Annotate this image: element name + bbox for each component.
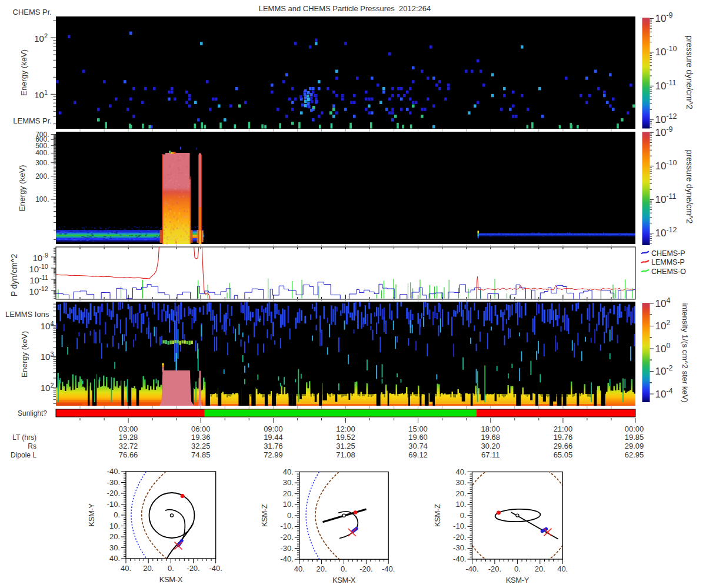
svg-text:19.44: 19.44 [264,433,283,442]
svg-text:09:00: 09:00 [264,425,283,433]
svg-text:40.: 40. [109,554,120,563]
svg-text:400.: 400. [35,149,49,157]
svg-text:20.: 20. [455,489,466,498]
svg-text:20.: 20. [109,532,120,541]
svg-text:03:00: 03:00 [119,425,138,433]
svg-text:CHEMS-O: CHEMS-O [651,268,686,276]
svg-text:KSM-X: KSM-X [159,575,183,584]
svg-text:LEMMS-P: LEMMS-P [651,258,685,266]
svg-text:18:00: 18:00 [481,425,501,433]
svg-text:19.60: 19.60 [408,433,428,442]
svg-text:12:00: 12:00 [336,425,355,433]
svg-text:pressure dyne/cm^2: pressure dyne/cm^2 [685,150,694,224]
svg-text:69.12: 69.12 [408,450,428,459]
svg-text:-40.: -40. [209,564,222,573]
svg-text:300.: 300. [35,159,49,167]
svg-text:100.: 100. [35,195,49,203]
svg-text:200.: 200. [35,172,49,181]
svg-text:21:00: 21:00 [554,425,573,433]
svg-text:67.11: 67.11 [481,450,500,459]
svg-text:20.: 20. [283,489,294,498]
svg-text:30.: 30. [455,478,466,487]
svg-text:-30.: -30. [453,543,466,552]
svg-text:06:00: 06:00 [191,425,211,433]
svg-text:19.76: 19.76 [554,433,573,442]
svg-text:-40.: -40. [453,554,466,563]
svg-text:KSM-Y: KSM-Y [87,503,96,527]
svg-text:19.85: 19.85 [625,433,644,442]
svg-text:32.72: 32.72 [119,442,138,450]
svg-text:CHEMS-P: CHEMS-P [651,249,685,258]
svg-text:29.66: 29.66 [554,442,573,450]
svg-text:-20.: -20. [453,533,466,542]
svg-text:40.: 40. [121,564,131,573]
svg-text:10.: 10. [283,500,294,509]
svg-text:KSM-Y: KSM-Y [506,576,530,584]
svg-text:19.52: 19.52 [336,433,355,442]
svg-text:20.: 20. [143,564,154,573]
svg-text:10.: 10. [455,500,466,509]
svg-text:Rs: Rs [28,442,36,450]
svg-text:P dyn/cm^2: P dyn/cm^2 [9,254,19,297]
svg-text:-20.: -20. [107,489,120,497]
svg-text:0.: 0. [460,511,467,520]
svg-text:62.95: 62.95 [625,450,644,459]
svg-text:-30.: -30. [280,544,293,553]
svg-text:00:00: 00:00 [625,425,644,433]
svg-text:KSM-Z: KSM-Z [433,504,442,527]
svg-text:KSM-X: KSM-X [332,576,356,584]
svg-text:-20.: -20. [187,564,199,573]
svg-text:LEMMS Ions: LEMMS Ions [5,310,49,319]
svg-text:CHEMS Pr.: CHEMS Pr. [13,8,52,16]
svg-text:20.: 20. [317,564,327,573]
svg-text:40.: 40. [283,467,294,476]
svg-text:Energy (keV): Energy (keV) [20,331,29,377]
svg-text:-20.: -20. [359,564,372,573]
svg-text:15:00: 15:00 [408,425,428,433]
svg-text:LT (hrs): LT (hrs) [12,433,36,442]
svg-text:700.: 700. [35,131,49,139]
svg-text:30.: 30. [283,478,294,487]
svg-text:0.: 0. [514,564,521,573]
svg-text:31.25: 31.25 [336,442,355,450]
svg-text:19.68: 19.68 [481,433,501,442]
svg-text:Dipole L: Dipole L [11,451,36,459]
svg-text:72.99: 72.99 [264,450,283,459]
svg-text:Sunlight?: Sunlight? [18,409,47,417]
svg-text:-40.: -40. [465,564,478,573]
svg-text:-40.: -40. [382,564,395,573]
svg-text:76.66: 76.66 [119,450,138,459]
svg-text:pressure dyne/cm^2: pressure dyne/cm^2 [685,35,694,109]
svg-text:-40.: -40. [107,467,120,476]
svg-text:31.76: 31.76 [264,442,283,450]
svg-text:-40.: -40. [280,554,293,563]
svg-text:Energy (keV): Energy (keV) [19,49,28,96]
svg-text:19.36: 19.36 [191,433,211,442]
svg-text:0.: 0. [114,510,120,519]
svg-text:29.09: 29.09 [625,442,644,450]
svg-text:20.: 20. [535,564,545,573]
svg-text:10.: 10. [109,522,120,530]
svg-text:71.08: 71.08 [336,450,355,459]
svg-text:40.: 40. [557,564,568,573]
svg-text:-10.: -10. [280,522,293,530]
svg-text:-20.: -20. [280,533,293,542]
svg-text:-20.: -20. [488,564,501,573]
svg-text:-30.: -30. [107,478,120,487]
svg-text:-10.: -10. [453,522,466,530]
svg-text:0.: 0. [287,511,294,520]
svg-text:0.: 0. [168,564,174,573]
svg-text:LEMMS and CHEMS Particle Press: LEMMS and CHEMS Particle Pressures 2012:… [259,4,431,13]
svg-text:65.05: 65.05 [554,450,573,459]
svg-text:32.25: 32.25 [191,442,211,450]
svg-text:30.: 30. [109,543,120,552]
svg-text:30.74: 30.74 [408,442,428,450]
svg-text:KSM-Z: KSM-Z [260,504,269,527]
svg-text:-10.: -10. [107,500,120,509]
svg-text:74.85: 74.85 [191,450,211,459]
svg-text:LEMMS Pr.: LEMMS Pr. [13,116,52,125]
svg-text:Energy (keV): Energy (keV) [18,165,26,212]
svg-text:19.28: 19.28 [119,433,138,442]
svg-text:intensity 1/(s cm^2 ster keV): intensity 1/(s cm^2 ster keV) [681,303,690,402]
svg-text:0.: 0. [341,564,347,573]
